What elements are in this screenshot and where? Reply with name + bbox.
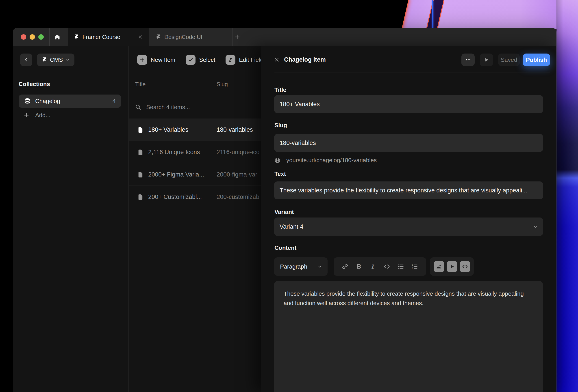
traffic-close-button[interactable] (21, 34, 26, 40)
new-tab-icon[interactable] (234, 34, 240, 40)
ellipsis-icon (465, 57, 471, 63)
inline-code-button[interactable] (384, 263, 390, 270)
document-icon (138, 171, 144, 178)
insert-code-block-button[interactable] (460, 261, 470, 272)
italic-button[interactable]: I (370, 263, 376, 270)
bullet-list-icon (397, 263, 404, 270)
code-block-icon (462, 264, 468, 270)
row-title: 2000+ Figma Varia... (148, 171, 204, 178)
chevron-down-icon (318, 265, 322, 269)
svg-text:1: 1 (412, 264, 413, 266)
image-icon (436, 263, 442, 270)
preview-button[interactable] (480, 54, 493, 66)
tab-label: Framer Course (83, 34, 120, 40)
video-play-icon (449, 264, 455, 269)
traffic-minimize-button[interactable] (30, 34, 35, 40)
link-button[interactable] (342, 263, 348, 270)
document-icon (138, 194, 144, 200)
traffic-zoom-button[interactable] (38, 34, 44, 40)
field-label-title: Title (274, 86, 286, 93)
desktop: Framer Course DesignCode UI (0, 0, 578, 392)
item-url-text: yoursite.url/chagelog/180-variables (286, 157, 377, 164)
sidebar-item-label: Chagelog (35, 98, 113, 105)
home-button[interactable] (54, 34, 60, 40)
insert-video-button[interactable] (447, 261, 457, 272)
tab-close-icon[interactable] (138, 35, 143, 39)
close-panel-icon[interactable] (274, 57, 279, 63)
bullet-list-button[interactable] (397, 263, 404, 270)
item-url: yoursite.url/chagelog/180-variables (274, 157, 377, 163)
sidebar-item-count: 4 (113, 98, 116, 105)
saved-status: Saved (498, 54, 520, 66)
row-slug: 200-customizab (217, 194, 259, 200)
chevron-down-icon (66, 58, 69, 62)
tab-label: DesignCode UI (164, 34, 202, 40)
field-label-content: Content (274, 244, 296, 251)
tabbar-separator (232, 28, 233, 46)
add-collection-label: Add... (35, 112, 50, 119)
text-format-toolbar: B I 1 (334, 257, 426, 276)
wallpaper-right-strip (556, 0, 578, 392)
svg-text:2: 2 (412, 267, 413, 270)
plus-icon (24, 112, 29, 118)
more-options-button[interactable] (461, 54, 475, 66)
document-icon (138, 149, 144, 156)
framer-logo-icon (156, 34, 161, 40)
search-input[interactable]: Search 4 items... (135, 103, 190, 111)
content-editor[interactable]: These variables provide the flexibility … (274, 281, 543, 392)
saved-label: Saved (501, 56, 517, 63)
publish-button[interactable]: Publish (523, 54, 550, 66)
wallpaper-blue-line (432, 0, 434, 29)
variant-value: Variant 4 (280, 223, 303, 230)
window-content: CMS New Item Select (13, 46, 556, 392)
title-field[interactable]: 180+ Variables (274, 95, 543, 113)
chevron-left-icon (24, 57, 29, 62)
item-editor-panel: Chagelog Item Saved Publish (261, 46, 556, 392)
cms-label: CMS (50, 56, 63, 63)
text-value: These variables provide the flexibility … (280, 187, 527, 194)
wallpaper-dark-wedge (390, 0, 408, 29)
row-title: 2,116 Unique Icons (148, 149, 200, 156)
wallpaper-dark-stripe (426, 0, 445, 29)
home-icon (54, 34, 60, 40)
paragraph-style-value: Paragraph (280, 263, 307, 270)
numbered-list-button[interactable]: 1 2 (411, 263, 418, 270)
text-field[interactable]: These variables provide the flexibility … (274, 181, 543, 199)
wallpaper-top-strip (390, 0, 556, 29)
cms-menu-button[interactable]: CMS (37, 54, 74, 66)
sidebar-item-chagelog[interactable]: Chagelog 4 (19, 95, 121, 108)
variant-select[interactable]: Variant 4 (274, 218, 543, 236)
publish-label: Publish (526, 56, 547, 63)
row-slug: 2000-figma-var (217, 171, 257, 178)
slug-value: 180-variables (280, 140, 316, 147)
paragraph-style-select[interactable]: Paragraph (274, 257, 328, 276)
framer-logo-icon (74, 34, 79, 40)
row-slug: 2116-unique-ico (217, 149, 260, 156)
add-collection-button[interactable]: Add... (24, 112, 50, 119)
media-toolbar (430, 257, 474, 276)
insert-image-button[interactable] (434, 261, 444, 272)
collections-heading: Collections (19, 81, 50, 88)
numbered-list-icon: 1 2 (411, 263, 418, 270)
search-icon (135, 104, 141, 110)
tab-designcode-ui[interactable]: DesignCode UI (149, 28, 232, 46)
play-icon (484, 57, 489, 63)
slug-field[interactable]: 180-variables (274, 134, 543, 152)
document-icon (138, 126, 144, 133)
column-header-title: Title (135, 81, 145, 88)
chevron-down-icon (533, 225, 538, 229)
row-title: 180+ Variables (148, 126, 188, 133)
title-value: 180+ Variables (280, 101, 320, 108)
database-icon (24, 98, 31, 105)
framer-app-window: Framer Course DesignCode UI (13, 28, 556, 392)
globe-icon (274, 157, 281, 163)
code-icon (384, 263, 390, 270)
tab-framer-course[interactable]: Framer Course (68, 28, 149, 46)
link-icon (342, 263, 348, 270)
tabbar-separator (49, 28, 50, 46)
field-label-slug: Slug (274, 122, 287, 129)
back-button[interactable] (20, 54, 32, 66)
content-text: These variables provide the flexibility … (284, 290, 524, 307)
row-slug: 180-variables (217, 126, 253, 133)
bold-button[interactable]: B (356, 263, 362, 270)
